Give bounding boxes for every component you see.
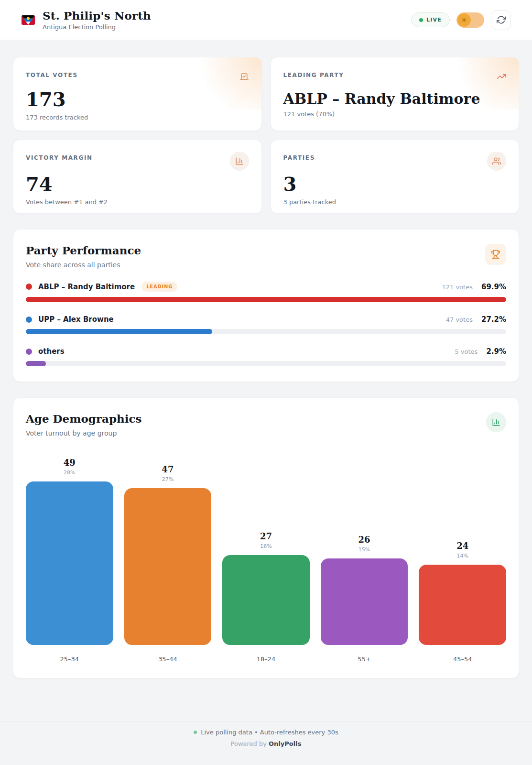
stat-subtitle: 3 parties tracked <box>283 198 507 206</box>
ballot-box-icon <box>239 72 249 81</box>
bar-percent-label: 27% <box>162 476 174 482</box>
party-bar-fill <box>26 329 212 334</box>
age-bar <box>321 558 408 645</box>
section-title: Age Demographics <box>26 412 141 425</box>
party-performance-card: Party Performance Vote share across all … <box>13 229 519 382</box>
chart-column-25-34: 49 28% 25–34 <box>26 444 113 663</box>
stat-card-total-votes: TOTAL VOTES 173 173 records tracked <box>13 57 262 131</box>
sun-icon: ☀ <box>457 13 471 27</box>
bar-percent-label: 28% <box>64 470 75 476</box>
stat-value: 74 <box>26 174 249 195</box>
users-icon <box>487 152 506 171</box>
stat-subtitle: Votes between #1 and #2 <box>26 198 249 206</box>
app-header: St. Philip's North Antigua Election Poll… <box>0 0 532 40</box>
bar-value-label: 24 <box>456 541 468 551</box>
party-dot-icon <box>26 284 32 290</box>
theme-toggle[interactable]: ☀ <box>456 12 484 28</box>
stat-subtitle: 121 votes (70%) <box>283 110 507 118</box>
stat-card-parties: PARTIES 3 3 parties tracked <box>271 140 520 214</box>
party-bar-track <box>26 297 506 302</box>
party-percent: 69.9% <box>481 283 506 291</box>
live-dot-icon <box>194 731 197 734</box>
age-demographics-card: Age Demographics Voter turnout by age gr… <box>13 397 519 678</box>
party-row-upp: UPP – Alex Browne 47 votes 27.2% <box>26 315 506 334</box>
party-votes: 121 votes <box>442 284 472 291</box>
bar-chart-icon <box>230 152 249 171</box>
antigua-flag-icon <box>22 15 35 25</box>
bar-value-label: 49 <box>64 458 76 468</box>
age-bar <box>419 565 506 645</box>
section-title: Party Performance <box>26 244 141 257</box>
stat-card-victory-margin: VICTORY MARGIN 74 Votes between #1 and #… <box>13 140 262 214</box>
party-row-ablp: ABLP – Randy Baltimore LEADING 121 votes… <box>26 282 506 302</box>
party-percent: 2.9% <box>486 347 506 356</box>
age-bar-chart: 49 28% 25–34 47 27% 35–44 27 16% 18–24 2… <box>26 444 506 663</box>
chart-column-45-54: 24 14% 45–54 <box>419 444 506 663</box>
trophy-icon <box>485 244 506 265</box>
party-dot-icon <box>26 349 32 355</box>
chart-column-18-24: 27 16% 18–24 <box>222 444 310 663</box>
refresh-icon <box>497 15 506 24</box>
section-subtitle: Vote share across all parties <box>26 261 141 269</box>
brand-name: OnlyPolls <box>269 740 301 747</box>
live-label: LIVE <box>426 17 442 23</box>
party-name: others <box>38 347 65 356</box>
live-dot-icon <box>419 18 423 22</box>
stat-label: PARTIES <box>283 154 315 161</box>
stat-subtitle: 173 records tracked <box>26 114 249 121</box>
bar-percent-label: 14% <box>456 553 468 559</box>
age-bar <box>124 488 212 645</box>
party-votes: 5 votes <box>455 348 478 355</box>
page-subtitle: Antigua Election Polling <box>43 23 151 31</box>
bar-value-label: 26 <box>358 535 370 545</box>
stat-label: LEADING PARTY <box>283 72 344 78</box>
party-dot-icon <box>26 317 32 323</box>
section-subtitle: Voter turnout by age group <box>26 429 141 437</box>
leading-badge: LEADING <box>141 282 177 292</box>
bar-category-label: 25–34 <box>60 656 79 663</box>
powered-by-label: Powered by <box>231 740 267 747</box>
stat-card-leading-party: LEADING PARTY ABLP – Randy Baltimore 121… <box>271 57 520 131</box>
bar-percent-label: 15% <box>358 546 370 553</box>
bar-chart-icon <box>486 412 506 432</box>
refresh-button[interactable] <box>491 10 511 30</box>
party-name: UPP – Alex Browne <box>38 315 114 324</box>
page-title: St. Philip's North <box>43 9 151 22</box>
age-bar <box>222 555 310 645</box>
trending-up-icon <box>497 72 506 81</box>
live-status-badge: LIVE <box>411 12 450 27</box>
bar-category-label: 45–54 <box>453 656 472 663</box>
chart-column-55plus: 26 15% 55+ <box>321 444 408 663</box>
bar-category-label: 35–44 <box>158 656 177 663</box>
bar-category-label: 55+ <box>358 656 370 663</box>
bar-value-label: 27 <box>260 531 272 541</box>
bar-percent-label: 16% <box>260 543 271 549</box>
stats-grid: TOTAL VOTES 173 173 records tracked LEAD… <box>13 57 519 214</box>
party-name: ABLP – Randy Baltimore <box>38 283 135 291</box>
party-bar-fill <box>26 297 506 302</box>
stat-label: VICTORY MARGIN <box>26 154 93 161</box>
page-footer: Live polling data • Auto-refreshes every… <box>0 721 532 747</box>
chart-column-35-44: 47 27% 35–44 <box>124 444 212 663</box>
footer-status: Live polling data • Auto-refreshes every… <box>201 729 338 736</box>
party-row-others: others 5 votes 2.9% <box>26 347 506 366</box>
stat-value: 3 <box>283 174 507 195</box>
bar-category-label: 18–24 <box>257 656 276 663</box>
party-bar-fill <box>26 361 46 366</box>
stat-label: TOTAL VOTES <box>26 72 78 78</box>
party-percent: 27.2% <box>481 315 506 324</box>
party-bar-track <box>26 361 506 366</box>
bar-value-label: 47 <box>162 464 174 474</box>
stat-value: ABLP – Randy Baltimore <box>283 91 507 107</box>
party-votes: 47 votes <box>446 316 473 323</box>
stat-value: 173 <box>26 89 249 110</box>
age-bar <box>26 481 113 645</box>
party-bar-track <box>26 329 506 334</box>
